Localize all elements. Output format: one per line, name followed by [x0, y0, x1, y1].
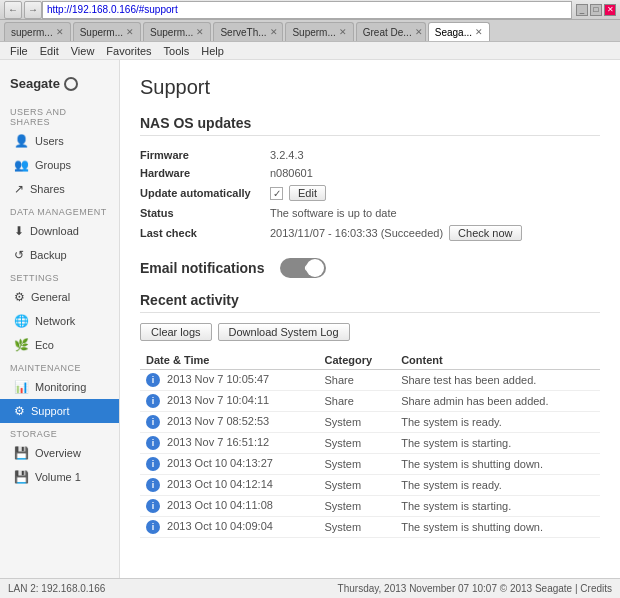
activity-table: Date & Time Category Content i 2013 Nov … [140, 351, 600, 538]
last-check-label: Last check [140, 227, 270, 239]
nas-info-table: Firmware 3.2.4.3 Hardware n080601 Update… [140, 146, 600, 244]
close-button[interactable]: ✕ [604, 4, 616, 16]
menu-bar: File Edit View Favorites Tools Help [0, 42, 620, 60]
sidebar-label-monitoring: Monitoring [35, 381, 86, 393]
row-category: System [318, 433, 395, 454]
tab-6-active[interactable]: Seaga...✕ [428, 22, 490, 41]
info-icon: i [146, 478, 160, 492]
sidebar-item-groups[interactable]: 👥 Groups [0, 153, 119, 177]
datetime-text: 2013 Nov 7 16:51:12 [167, 436, 269, 448]
tab-0[interactable]: superm...✕ [4, 22, 71, 41]
maximize-button[interactable]: □ [590, 4, 602, 16]
sidebar-label-general: General [31, 291, 70, 303]
datetime-text: 2013 Oct 10 04:09:04 [167, 520, 273, 532]
row-content: The system is starting. [395, 433, 600, 454]
datetime-text: 2013 Oct 10 04:12:14 [167, 478, 273, 490]
tab-1[interactable]: Superm...✕ [73, 22, 141, 41]
datetime-text: 2013 Oct 10 04:13:27 [167, 457, 273, 469]
menu-view[interactable]: View [65, 45, 101, 57]
tab-5[interactable]: Great De...✕ [356, 22, 426, 41]
col-category: Category [318, 351, 395, 370]
row-category: Share [318, 370, 395, 391]
menu-favorites[interactable]: Favorites [100, 45, 157, 57]
col-datetime: Date & Time [140, 351, 318, 370]
tab-4[interactable]: Superm...✕ [285, 22, 353, 41]
status-label: Status [140, 207, 270, 219]
sidebar-item-volume1[interactable]: 💾 Volume 1 [0, 465, 119, 489]
back-button[interactable]: ← [4, 1, 22, 19]
col-content: Content [395, 351, 600, 370]
row-datetime: i 2013 Oct 10 04:09:04 [140, 517, 318, 538]
sidebar-item-general[interactable]: ⚙ General [0, 285, 119, 309]
section-storage: Storage [0, 423, 119, 441]
last-check-value: 2013/11/07 - 16:03:33 (Succeeded) Check … [270, 225, 522, 241]
network-icon: 🌐 [14, 314, 29, 328]
row-content: The system is starting. [395, 496, 600, 517]
app-logo: Seagate [0, 70, 119, 101]
row-datetime: i 2013 Oct 10 04:13:27 [140, 454, 318, 475]
table-row: i 2013 Nov 7 10:05:47 Share Share test h… [140, 370, 600, 391]
email-toggle[interactable]: OFF [280, 258, 326, 278]
browser-titlebar: ← → http://192.168.0.166/#support _ □ ✕ [0, 0, 620, 20]
row-category: System [318, 475, 395, 496]
tab-2[interactable]: Superm...✕ [143, 22, 211, 41]
edit-button[interactable]: Edit [289, 185, 326, 201]
general-icon: ⚙ [14, 290, 25, 304]
forward-button[interactable]: → [24, 1, 42, 19]
row-content: The system is ready. [395, 475, 600, 496]
sidebar-item-download[interactable]: ⬇ Download [0, 219, 119, 243]
sidebar-item-network[interactable]: 🌐 Network [0, 309, 119, 333]
sidebar-label-network: Network [35, 315, 75, 327]
section-maintenance: Maintenance [0, 357, 119, 375]
menu-tools[interactable]: Tools [158, 45, 196, 57]
firmware-row: Firmware 3.2.4.3 [140, 146, 600, 164]
clear-logs-button[interactable]: Clear logs [140, 323, 212, 341]
sidebar-label-support: Support [31, 405, 70, 417]
sidebar-item-support[interactable]: ⚙ Support [0, 399, 119, 423]
sidebar-item-users[interactable]: 👤 Users [0, 129, 119, 153]
activity-section: Recent activity Clear logs Download Syst… [140, 292, 600, 538]
sidebar-item-backup[interactable]: ↺ Backup [0, 243, 119, 267]
sidebar-item-shares[interactable]: ↗ Shares [0, 177, 119, 201]
hardware-row: Hardware n080601 [140, 164, 600, 182]
menu-file[interactable]: File [4, 45, 34, 57]
logo-text: Seagate [10, 76, 60, 91]
last-check-text: 2013/11/07 - 16:03:33 (Succeeded) [270, 227, 443, 239]
menu-help[interactable]: Help [195, 45, 230, 57]
email-section-title: Email notifications [140, 260, 264, 276]
sidebar-item-eco[interactable]: 🌿 Eco [0, 333, 119, 357]
update-auto-row: Update automatically ✓ Edit [140, 182, 600, 204]
minimize-button[interactable]: _ [576, 4, 588, 16]
info-icon: i [146, 499, 160, 513]
update-checkbox[interactable]: ✓ [270, 187, 283, 200]
volume1-icon: 💾 [14, 470, 29, 484]
datetime-text: 2013 Oct 10 04:11:08 [167, 499, 273, 511]
update-auto-label: Update automatically [140, 187, 270, 199]
shares-icon: ↗ [14, 182, 24, 196]
info-icon: i [146, 394, 160, 408]
sidebar-item-overview[interactable]: 💾 Overview [0, 441, 119, 465]
sidebar-label-volume1: Volume 1 [35, 471, 81, 483]
last-check-row: Last check 2013/11/07 - 16:03:33 (Succee… [140, 222, 600, 244]
page-title: Support [140, 76, 600, 99]
firmware-label: Firmware [140, 149, 270, 161]
hardware-value: n080601 [270, 167, 313, 179]
menu-edit[interactable]: Edit [34, 45, 65, 57]
activity-title: Recent activity [140, 292, 600, 313]
status-value: The software is up to date [270, 207, 397, 219]
sidebar-label-shares: Shares [30, 183, 65, 195]
activity-buttons: Clear logs Download System Log [140, 323, 600, 341]
download-log-button[interactable]: Download System Log [218, 323, 350, 341]
address-bar[interactable]: http://192.168.0.166/#support [42, 1, 572, 19]
tab-3[interactable]: ServeTh...✕ [213, 22, 283, 41]
check-now-button[interactable]: Check now [449, 225, 521, 241]
sidebar-item-monitoring[interactable]: 📊 Monitoring [0, 375, 119, 399]
monitoring-icon: 📊 [14, 380, 29, 394]
info-icon: i [146, 373, 160, 387]
users-icon: 👤 [14, 134, 29, 148]
status-row: Status The software is up to date [140, 204, 600, 222]
groups-icon: 👥 [14, 158, 29, 172]
row-datetime: i 2013 Nov 7 10:04:11 [140, 391, 318, 412]
support-icon: ⚙ [14, 404, 25, 418]
logo-icon [64, 77, 78, 91]
